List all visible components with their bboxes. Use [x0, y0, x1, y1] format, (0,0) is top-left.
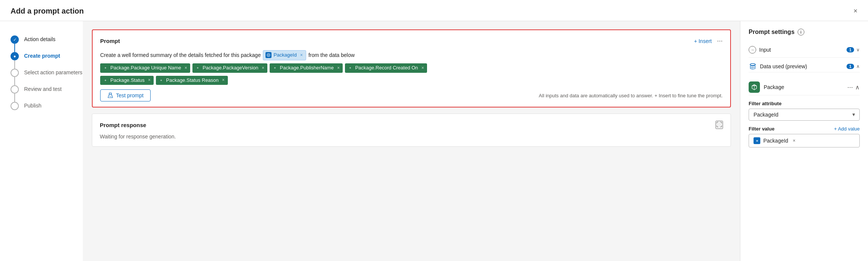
response-waiting-text: Waiting for response generation. — [100, 134, 723, 140]
input-section-label: → Input — [749, 46, 771, 54]
tag-publisher-name: Package.PublisherName × — [270, 63, 343, 73]
test-prompt-label: Test prompt — [116, 92, 143, 98]
data-used-chevron: ∧ — [856, 64, 860, 69]
response-header: Prompt response ⛶ — [100, 121, 723, 129]
tag-label-1: Package.PackageVersion — [203, 64, 258, 72]
input-chevron: ∨ — [856, 47, 860, 52]
step-connector-2: ● — [11, 52, 19, 69]
step-circle-1: ✓ — [11, 35, 19, 44]
right-panel-title: Prompt settings i — [749, 29, 860, 35]
input-arrow-icon: → — [749, 46, 756, 54]
package-id-tag-remove[interactable]: × — [300, 52, 303, 59]
filter-value-tag-remove[interactable]: × — [793, 138, 795, 143]
package-id-tag-label: PackageId — [273, 51, 296, 59]
filter-attribute-select-wrap: PackageId ▼ — [749, 109, 860, 121]
input-badge: 1 — [847, 47, 854, 52]
prompt-header: Prompt + Insert ··· — [100, 37, 723, 45]
tag-icon-4 — [102, 77, 108, 83]
prompt-content: Create a well formed summary of the deta… — [100, 50, 723, 85]
right-panel: Prompt settings i → Input 1 ∨ — [740, 21, 868, 261]
tag-icon-2 — [272, 65, 278, 71]
insert-button[interactable]: + Insert — [694, 38, 712, 44]
main-layout: ✓ Action details ● Create prompt — [0, 21, 868, 261]
response-box: Prompt response ⛶ Waiting for response g… — [92, 114, 731, 147]
tag-remove-0[interactable]: × — [185, 64, 187, 72]
package-collapse-button[interactable]: ∧ — [855, 84, 860, 91]
info-icon: i — [798, 29, 804, 35]
package-svg-icon — [751, 84, 758, 91]
sidebar-item-action-details[interactable]: ✓ Action details — [11, 35, 83, 52]
filter-value-label-text: Filter value — [749, 126, 775, 132]
tag-icon-svg-0 — [104, 66, 107, 70]
tag-label-2: Package.PublisherName — [280, 64, 334, 72]
package-id-tag-icon — [265, 52, 272, 58]
right-panel-title-text: Prompt settings — [749, 29, 795, 35]
tag-icon-3 — [347, 65, 353, 71]
tag-icon-0 — [102, 65, 108, 71]
filter-value-tag-label: PackageId — [763, 138, 788, 144]
tag-package-status-reason: Package.Status Reason × — [156, 76, 228, 85]
prompt-footer: Test prompt All inputs and data are auto… — [100, 89, 723, 101]
filter-value-box: PackageId × — [749, 134, 860, 147]
svg-rect-1 — [109, 93, 111, 94]
step-label-4: Review and test — [24, 85, 62, 92]
data-used-header[interactable]: Data used (preview) 1 ∧ — [749, 62, 860, 72]
expand-button[interactable]: ⛶ — [715, 121, 723, 129]
step-connector-5 — [11, 102, 19, 110]
prompt-title: Prompt — [100, 38, 120, 44]
data-used-label: Data used (preview) — [749, 62, 807, 71]
data-used-section: Data used (preview) 1 ∧ — [749, 58, 860, 147]
tag-label-4: Package.Status — [110, 77, 145, 84]
tag-remove-5[interactable]: × — [222, 77, 225, 84]
step-connector-3 — [11, 69, 19, 85]
add-value-button[interactable]: + Add value — [834, 126, 860, 132]
input-section-row[interactable]: → Input 1 ∨ — [749, 42, 860, 58]
input-label: Input — [759, 47, 771, 53]
ai-sparkle-icon — [267, 53, 270, 57]
tag-remove-2[interactable]: × — [337, 64, 340, 72]
package-more-button[interactable]: ··· — [847, 83, 853, 91]
package-name: Package — [764, 84, 784, 90]
tag-icon-svg-2 — [273, 66, 277, 70]
prompt-box: Prompt + Insert ··· Create a well formed… — [92, 29, 731, 107]
flask-icon — [107, 92, 113, 98]
step-connector-4 — [11, 85, 19, 102]
dialog-title: Add a prompt action — [11, 7, 84, 15]
prompt-actions: + Insert ··· — [694, 37, 723, 45]
test-prompt-button[interactable]: Test prompt — [100, 89, 151, 101]
step-label-5: Publish — [24, 102, 41, 109]
step-label-2: Create prompt — [24, 52, 60, 59]
step-label-3: Select action parameters — [24, 69, 82, 75]
tags-row: Package.Package Unique Name × Package.Pa… — [100, 63, 723, 73]
data-used-right: 1 ∧ — [847, 64, 860, 69]
prompt-more-button[interactable]: ··· — [717, 37, 723, 45]
step-circle-4 — [11, 85, 19, 94]
step-connector-1: ✓ — [11, 35, 19, 52]
tag-label-3: Package.Record Created On — [355, 64, 418, 72]
sidebar-item-publish[interactable]: Publish — [11, 102, 83, 110]
tag-record-created-on: Package.Record Created On × — [345, 63, 427, 73]
sidebar-item-review-and-test[interactable]: Review and test — [11, 85, 83, 102]
close-button[interactable]: × — [853, 7, 857, 15]
sidebar-item-select-action-parameters[interactable]: Select action parameters — [11, 69, 83, 85]
tag-package-unique-name: Package.Package Unique Name × — [100, 63, 190, 73]
svg-point-3 — [111, 97, 111, 97]
step-line-3 — [14, 77, 15, 85]
response-title: Prompt response — [100, 122, 146, 128]
tag-label-5: Package.Status Reason — [166, 77, 218, 84]
sidebar-item-create-prompt[interactable]: ● Create prompt — [11, 52, 83, 69]
package-row: Package ··· ∧ — [749, 78, 860, 95]
input-section-right: 1 ∨ — [847, 47, 860, 52]
tag-label-0: Package.Package Unique Name — [110, 64, 181, 72]
tag-remove-4[interactable]: × — [148, 77, 151, 84]
dialog-header: Add a prompt action × — [0, 0, 868, 21]
tag-remove-3[interactable]: × — [421, 64, 424, 72]
prompt-text-row: Create a well formed summary of the deta… — [100, 50, 723, 60]
filter-attribute-select[interactable]: PackageId — [749, 109, 860, 121]
content-area: Prompt + Insert ··· Create a well formed… — [83, 21, 740, 261]
tag-icon-svg-1 — [196, 66, 200, 70]
tag-remove-1[interactable]: × — [262, 64, 264, 72]
filter-value-label-row: Filter value + Add value — [749, 126, 860, 132]
filter-value-tag-icon — [754, 137, 760, 144]
sidebar-steps: ✓ Action details ● Create prompt — [11, 32, 83, 110]
